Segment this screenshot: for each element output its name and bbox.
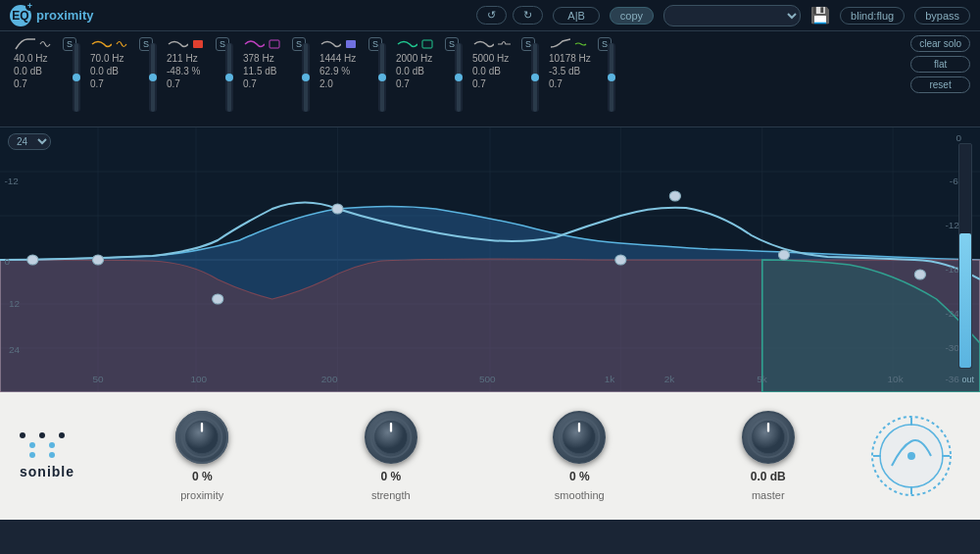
band-8-handle[interactable] [914, 270, 925, 279]
band-strip: S 40.0 Hz 0.0 dB 0.7 S 70.0 Hz 0.0 dB 0.… [0, 31, 980, 127]
band-3-slider[interactable] [225, 43, 233, 112]
smart-eq-logo [862, 407, 960, 505]
dot-4 [49, 432, 55, 438]
freq-100: 100 [190, 374, 207, 383]
dot-1 [20, 432, 25, 438]
band-6-handle[interactable] [669, 191, 680, 201]
band-1-handle[interactable] [27, 255, 38, 265]
band-2-handle[interactable] [92, 255, 103, 265]
band-3-freq: 211 Hz [167, 53, 198, 64]
smoothing-knob[interactable] [553, 411, 606, 464]
band-2-slider[interactable] [149, 43, 157, 112]
sidebar-buttons: clear solo flat reset [910, 35, 970, 123]
freq-500: 500 [479, 374, 496, 383]
master-knob-group: 0.0 dB master [674, 411, 863, 501]
band-8-shape[interactable] [549, 37, 570, 51]
smart-logo-svg [867, 412, 956, 500]
db-label-r6: -6 [950, 176, 958, 185]
preset-dropdown[interactable] [663, 5, 801, 26]
flat-button[interactable]: flat [910, 56, 970, 73]
band-3-handle[interactable] [213, 294, 223, 304]
band-1-slider[interactable] [73, 43, 80, 112]
strength-value: 0 % [380, 470, 401, 483]
proximity-label: proximity [180, 489, 223, 501]
band-4: S 378 Hz 11.5 dB 0.7 [239, 35, 310, 123]
db-label-r36: -36 [945, 374, 958, 383]
band-2-shape[interactable] [90, 37, 112, 51]
freq-10k: 10k [888, 374, 904, 383]
band-2-db: 0.0 dB [90, 66, 119, 76]
dot-9 [49, 442, 55, 448]
band-6-bar [420, 37, 442, 51]
band-3-shape[interactable] [167, 37, 188, 51]
freq-50: 50 [92, 374, 103, 383]
bottom-panel: sonible 0 % [0, 392, 980, 520]
zoom-select[interactable]: 24 ▾ 6 12 48 [8, 133, 51, 150]
band-8-bar [573, 37, 595, 51]
band-4-slider[interactable] [302, 43, 310, 112]
save-icon[interactable]: 💾 [810, 6, 830, 25]
eq-svg: 0 -12 0 12 24 0 -6 -12 -18 -24 -30 -36 5… [0, 127, 980, 392]
bypass-button[interactable]: bypass [914, 7, 970, 25]
band-3-bar [191, 37, 213, 51]
db-label-r12: -12 [945, 220, 958, 229]
master-knob[interactable] [742, 411, 795, 464]
proximity-knob-group: 0 % proximity [108, 411, 297, 501]
band-4-handle[interactable] [332, 204, 343, 214]
dot-15 [59, 452, 65, 458]
band-5-q: 2.0 [319, 78, 333, 89]
copy-button[interactable]: copy [610, 7, 654, 25]
band-5-shape[interactable] [319, 37, 341, 51]
band-7-shape[interactable] [472, 37, 494, 51]
dot-14 [49, 452, 55, 458]
band-1: S 40.0 Hz 0.0 dB 0.7 [10, 35, 80, 123]
redo-button[interactable]: ↻ [513, 6, 543, 25]
logo-icon: EQ [10, 5, 31, 26]
band-5-handle[interactable] [615, 255, 626, 265]
out-label: out [961, 375, 974, 384]
strength-knob[interactable] [365, 411, 417, 464]
band-6-slider[interactable] [455, 43, 463, 112]
band-7-handle[interactable] [778, 250, 789, 260]
proximity-knob[interactable] [175, 411, 228, 464]
reset-button[interactable]: reset [910, 76, 970, 93]
band-4-bar [268, 37, 289, 51]
sonible-logo: sonible [20, 432, 108, 479]
master-label: master [752, 489, 785, 501]
band-5: S 1444 Hz 62.9 % 2.0 [316, 35, 386, 123]
svg-rect-0 [193, 40, 203, 48]
clear-solo-button[interactable]: clear solo [910, 35, 970, 52]
band-4-db: 11.5 dB [243, 66, 276, 76]
svg-point-34 [907, 452, 915, 460]
band-1-shape[interactable] [14, 37, 35, 51]
band-5-freq: 1444 Hz [319, 53, 356, 64]
blindflug-button[interactable]: blind:flug [840, 7, 905, 25]
band-4-shape[interactable] [243, 37, 265, 51]
band-2-wave [115, 37, 136, 51]
band-6-shape[interactable] [396, 37, 417, 51]
band-4-q: 0.7 [243, 78, 257, 89]
band-5-slider[interactable] [378, 43, 386, 112]
smoothing-label: smoothing [555, 489, 605, 501]
ab-button[interactable]: A|B [553, 7, 600, 25]
band-8-slider[interactable] [608, 43, 615, 112]
app-title: proximity [36, 8, 94, 23]
band-7-slider[interactable] [531, 43, 539, 112]
band-7-wave [497, 37, 518, 51]
band-8-db: -3.5 dB [549, 66, 580, 76]
freq-5k: 5k [757, 374, 767, 383]
output-meter [958, 143, 972, 369]
svg-rect-1 [270, 40, 279, 48]
strength-label: strength [371, 489, 411, 501]
band-7-db: 0.0 dB [472, 66, 501, 76]
dot-5 [59, 432, 65, 438]
band-2-q: 0.7 [90, 78, 104, 89]
dot-8 [39, 442, 45, 448]
db-label-r18: -18 [945, 264, 958, 274]
dot-3 [39, 432, 45, 438]
db-label-24: 24 [9, 344, 20, 354]
undo-button[interactable]: ↺ [476, 6, 507, 25]
band-6-q: 0.7 [396, 78, 410, 89]
band-1-freq: 40.0 Hz [14, 53, 47, 64]
eq-display: 24 ▾ 6 12 48 [0, 127, 980, 392]
